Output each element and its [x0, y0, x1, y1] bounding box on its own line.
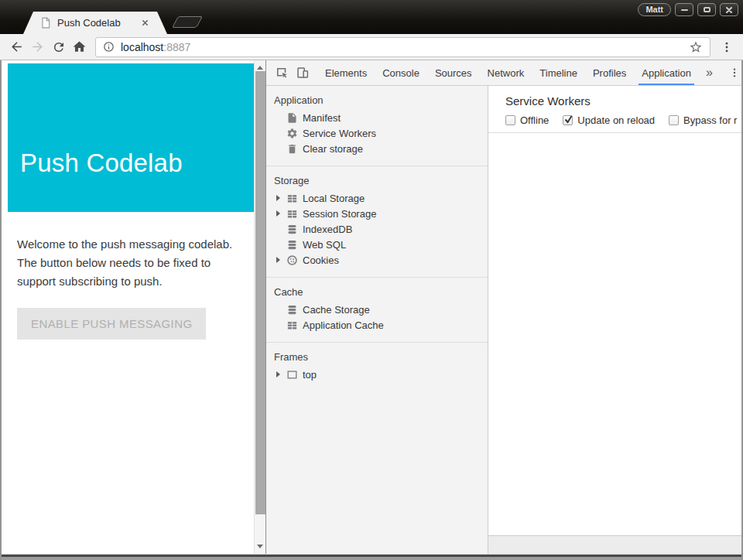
- devtools-tab-timeline[interactable]: Timeline: [532, 60, 585, 85]
- address-bar[interactable]: localhost:8887: [95, 37, 710, 57]
- browser-tab[interactable]: Push Codelab: [23, 12, 167, 34]
- checkbox-bypass-for-r[interactable]: Bypass for r: [669, 114, 737, 126]
- window-controls: Matt: [638, 3, 738, 16]
- page-viewport: Push Codelab Welcome to the push messagi…: [2, 60, 265, 554]
- tab-close-icon[interactable]: [142, 19, 149, 26]
- sidebar-item-cookies[interactable]: Cookies: [266, 252, 488, 268]
- welcome-text: Welcome to the push messaging codelab. T…: [17, 235, 241, 291]
- section-title: Application: [266, 93, 488, 110]
- devtools-menu-button[interactable]: [724, 60, 743, 85]
- sidebar-item-label: IndexedDB: [303, 224, 352, 235]
- checkbox-offline[interactable]: Offline: [505, 114, 549, 126]
- trash-icon: [286, 143, 298, 155]
- sidebar-item-manifest[interactable]: Manifest: [266, 110, 488, 125]
- home-button[interactable]: [69, 36, 90, 57]
- checkbox-update-on-reload[interactable]: Update on reload: [563, 114, 655, 126]
- table-icon: [286, 208, 298, 220]
- devtools-tab-profiles[interactable]: Profiles: [585, 60, 634, 85]
- gear-icon: [286, 128, 298, 139]
- expander-triangle-icon[interactable]: [276, 371, 286, 377]
- section-title: Storage: [266, 173, 488, 190]
- url-port: :8887: [163, 41, 190, 53]
- reload-icon: [52, 40, 66, 54]
- service-workers-content: [488, 133, 741, 535]
- more-tabs-button[interactable]: »: [699, 60, 720, 85]
- sidebar-item-label: Service Workers: [303, 128, 376, 139]
- url-host: localhost: [121, 41, 163, 53]
- user-badge[interactable]: Matt: [638, 3, 671, 16]
- panel-footer: [488, 535, 741, 554]
- sidebar-item-local-storage[interactable]: Local Storage: [266, 190, 488, 206]
- devtools-panel: ElementsConsoleSourcesNetworkTimelinePro…: [265, 60, 741, 554]
- section-title: Cache: [266, 285, 488, 302]
- document-icon: [286, 112, 298, 124]
- checkbox-unchecked-icon[interactable]: [505, 115, 515, 125]
- browser-menu-button[interactable]: [716, 36, 737, 57]
- close-window-button[interactable]: [720, 3, 738, 16]
- checkbox-checked-icon[interactable]: [563, 115, 573, 125]
- devtools-tab-elements[interactable]: Elements: [317, 60, 375, 85]
- back-button[interactable]: [6, 36, 27, 57]
- maximize-button[interactable]: [697, 3, 716, 16]
- sidebar-item-web-sql[interactable]: Web SQL: [266, 237, 488, 252]
- page-info-icon[interactable]: [103, 41, 115, 53]
- sidebar-item-application-cache[interactable]: Application Cache: [266, 317, 488, 333]
- home-icon: [72, 39, 87, 54]
- new-tab-button[interactable]: [172, 16, 203, 28]
- sidebar-item-top[interactable]: top: [266, 367, 488, 382]
- table-icon: [286, 193, 298, 204]
- expander-triangle-icon[interactable]: [276, 257, 286, 263]
- reload-button[interactable]: [48, 36, 69, 57]
- device-toolbar-icon: [296, 66, 310, 80]
- devtools-tabs: ElementsConsoleSourcesNetworkTimelinePro…: [317, 60, 699, 85]
- expander-triangle-icon[interactable]: [276, 210, 286, 217]
- sidebar-section-frames: Framestop: [266, 342, 488, 391]
- database-icon: [286, 239, 298, 251]
- sidebar-item-session-storage[interactable]: Session Storage: [266, 206, 488, 221]
- scrollbar-thumb[interactable]: [255, 71, 265, 514]
- page-scrollbar[interactable]: [254, 60, 265, 554]
- window-content: Push Codelab Welcome to the push messagi…: [0, 60, 743, 554]
- checkbox-label: Update on reload: [577, 114, 655, 126]
- forward-icon: [30, 39, 45, 54]
- menu-dots-icon: [720, 40, 734, 54]
- maximize-icon: [704, 7, 710, 12]
- service-worker-options: OfflineUpdate on reloadBypass for r: [505, 114, 741, 126]
- sidebar-item-service-workers[interactable]: Service Workers: [266, 125, 488, 141]
- checkbox-unchecked-icon[interactable]: [669, 115, 679, 125]
- devtools-tab-application[interactable]: Application: [634, 60, 699, 85]
- window-bottom-frame: [0, 554, 743, 560]
- sidebar-item-label: Clear storage: [303, 143, 363, 155]
- minimize-button[interactable]: [675, 3, 693, 16]
- bookmark-star-icon[interactable]: [689, 40, 703, 54]
- service-workers-panel: Service Workers OfflineUpdate on reloadB…: [488, 86, 741, 554]
- devtools-tab-network[interactable]: Network: [480, 60, 532, 85]
- page-document-icon: [40, 17, 51, 29]
- back-icon: [9, 39, 24, 54]
- page-title: Push Codelab: [8, 63, 254, 178]
- database-icon: [286, 224, 298, 235]
- sidebar-item-label: Application Cache: [303, 319, 384, 331]
- sidebar-item-clear-storage[interactable]: Clear storage: [266, 141, 488, 156]
- expander-triangle-icon[interactable]: [276, 195, 286, 201]
- forward-button[interactable]: [27, 36, 48, 57]
- devtools-tab-sources[interactable]: Sources: [427, 60, 480, 85]
- scroll-down-arrow[interactable]: [255, 541, 265, 551]
- enable-push-button[interactable]: ENABLE PUSH MESSAGING: [17, 308, 206, 340]
- sidebar-item-indexeddb[interactable]: IndexedDB: [266, 221, 488, 237]
- checkbox-label: Bypass for r: [683, 114, 737, 126]
- sidebar-item-label: Web SQL: [303, 239, 346, 251]
- sidebar-item-label: top: [303, 369, 317, 381]
- sidebar-section-cache: CacheCache StorageApplication Cache: [266, 277, 488, 342]
- sidebar-item-cache-storage[interactable]: Cache Storage: [266, 302, 488, 317]
- inspect-element-button[interactable]: [271, 60, 292, 85]
- section-title: Frames: [266, 350, 488, 367]
- tab-title: Push Codelab: [57, 17, 137, 29]
- close-icon: [725, 6, 733, 14]
- window-titlebar: Matt Push Codelab: [0, 0, 743, 34]
- panel-title: Service Workers: [505, 94, 741, 108]
- device-toolbar-button[interactable]: [292, 60, 313, 85]
- checkbox-label: Offline: [520, 114, 549, 126]
- database-icon: [286, 304, 298, 316]
- devtools-tab-console[interactable]: Console: [375, 60, 427, 85]
